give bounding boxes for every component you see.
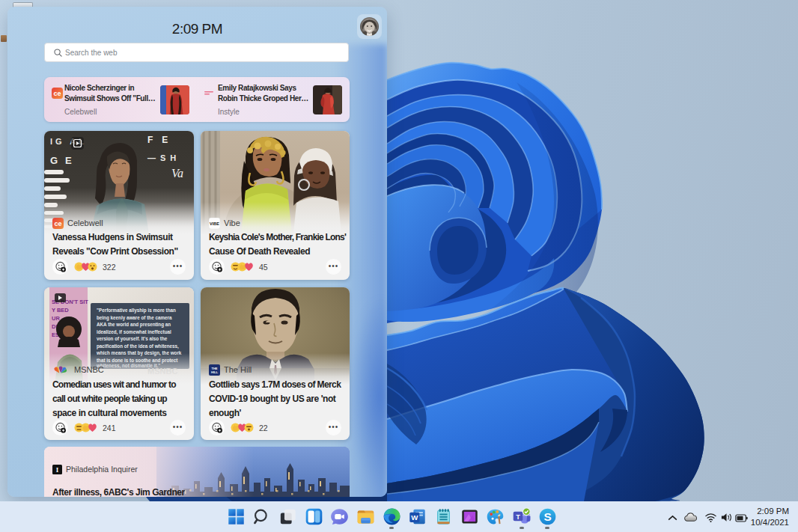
- svg-text:version of yourself. It's also: version of yourself. It's also the: [97, 336, 168, 342]
- svg-text:"Performative allyship is more: "Performative allyship is more than: [97, 308, 176, 314]
- svg-text:HILL: HILL: [211, 370, 218, 374]
- svg-text:GE: GE: [50, 155, 79, 166]
- svg-text:FE: FE: [147, 135, 177, 145]
- svg-text:W: W: [411, 513, 418, 522]
- svg-text:UR: UR: [52, 315, 60, 322]
- svg-text:I: I: [56, 466, 59, 474]
- svg-text:AKA the world and presenting a: AKA the world and presenting an: [97, 322, 171, 328]
- svg-text:ce: ce: [53, 90, 61, 97]
- svg-text:idealized, if somewhat ineffec: idealized, if somewhat ineffectual: [97, 329, 171, 335]
- svg-text:pacification of the idea of wh: pacification of the idea of whiteness,: [97, 343, 179, 349]
- svg-text:—SH: —SH: [147, 153, 180, 162]
- svg-text:VIBE: VIBE: [210, 221, 219, 225]
- svg-text:being keenly aware of the came: being keenly aware of the camera: [97, 315, 172, 321]
- svg-text:Y BED: Y BED: [52, 307, 69, 314]
- svg-text:T: T: [516, 513, 520, 521]
- svg-text:ce: ce: [54, 219, 61, 227]
- svg-text:S: S: [543, 510, 551, 523]
- svg-text:Va: Va: [171, 167, 183, 180]
